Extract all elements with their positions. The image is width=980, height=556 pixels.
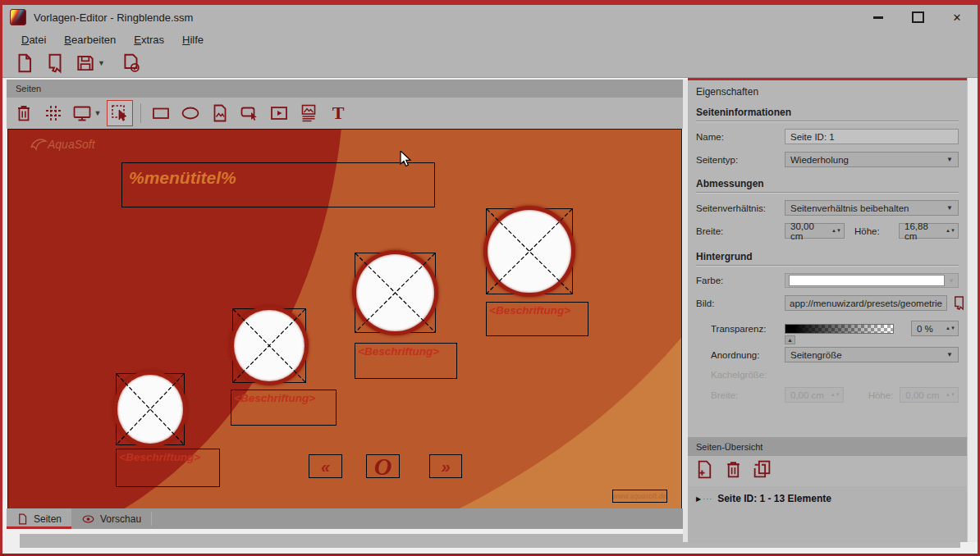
video-tool-button[interactable] [267, 101, 291, 125]
close-icon: ✕ [953, 11, 962, 24]
tab-vorschau[interactable]: Vorschau [71, 508, 151, 529]
page-type-dropdown[interactable]: Wiederholung▼ [785, 152, 959, 167]
transparency-slider[interactable]: ▲ [785, 324, 894, 334]
chevron-down-icon: ▼ [946, 156, 953, 163]
width-spinner[interactable]: 30,00 cm▲▼ [785, 223, 845, 239]
screen-preview-button[interactable]: ▼ [71, 101, 102, 125]
menu-title-textbox[interactable]: %menütitel% [121, 162, 435, 207]
window-border-left [0, 0, 2, 556]
caption-textbox-3[interactable]: <Beschriftung> [355, 343, 457, 379]
monitor-icon [71, 103, 93, 123]
nav-next-button[interactable]: » [429, 454, 462, 478]
image-placeholder-2[interactable] [232, 308, 306, 383]
delete-page-button[interactable] [723, 459, 744, 483]
menu-bearbeiten[interactable]: Bearbeiten [57, 32, 123, 48]
rectangle-tool-button[interactable] [149, 101, 173, 125]
height-spinner[interactable]: 16,88 cm▲▼ [899, 223, 959, 239]
pages-overview-header: Seiten-Übersicht [688, 437, 967, 456]
pages-panel-title: Seiten [16, 84, 41, 93]
page-type-value: Wiederholung [790, 155, 849, 165]
caption-textbox-1[interactable]: <Beschriftung> [116, 449, 220, 487]
select-tool-button[interactable] [107, 100, 133, 126]
color-label: Farbe: [696, 276, 785, 285]
check-document-button[interactable] [119, 51, 144, 75]
page-canvas[interactable]: AquaSoft %menütitel% <Beschriftung> <Bes… [7, 129, 682, 509]
close-button[interactable]: ✕ [948, 9, 966, 25]
trash-icon [14, 103, 34, 123]
caption-textbox-4[interactable]: <Beschriftung> [486, 302, 588, 336]
menu-datei[interactable]: Datei [14, 32, 53, 48]
delete-tool-button[interactable] [11, 101, 36, 125]
maximize-button[interactable] [909, 9, 927, 25]
button-tool-button[interactable] [237, 101, 262, 125]
screen-dropdown-caret[interactable]: ▼ [94, 109, 102, 117]
ellipse-tool-button[interactable] [178, 101, 203, 125]
image-doc-icon [210, 103, 230, 123]
grid-tool-button[interactable] [41, 101, 66, 125]
ratio-dropdown[interactable]: Seitenverhältnis beibehalten▼ [785, 200, 959, 216]
properties-panel: Eigenschaften Seiteninformationen Name: … [688, 78, 967, 437]
menu-hilfe[interactable]: Hilfe [175, 32, 211, 48]
new-document-icon [14, 52, 35, 74]
duplicate-page-button[interactable] [752, 459, 772, 483]
menu-title-placeholder: %menütitel% [129, 168, 236, 188]
tile-size-label: Kachelgröße: [696, 370, 785, 380]
app-window: Vorlagen-Editor - Ringblende.ssm ✕ Datei… [0, 0, 980, 556]
background-image-path: app://menuwizard/presets/geometrie [790, 299, 942, 308]
background-image-field[interactable]: app://menuwizard/presets/geometrie [785, 295, 947, 311]
page-tree-label: Seite ID: 1 - 13 Elemente [717, 493, 831, 504]
tile-width-value: 0,00 cm [790, 390, 827, 400]
video-icon [269, 103, 289, 123]
grid-icon [44, 103, 63, 123]
spinner-arrows-icon: ▲▼ [946, 393, 955, 397]
placeholder-x-icon [233, 309, 305, 382]
caption-image-tool-button[interactable] [296, 101, 321, 125]
watermark-box[interactable]: www.aquasoft.de [612, 490, 667, 503]
caption-placeholder: <Beschriftung> [489, 304, 570, 317]
image-placeholder-3[interactable] [355, 253, 436, 333]
transparency-spinner[interactable]: 0 %▲▼ [911, 321, 959, 336]
page-type-label: Seitentyp: [696, 155, 785, 165]
properties-header: Eigenschaften [688, 80, 967, 101]
caption-textbox-2[interactable]: <Beschriftung> [231, 390, 337, 426]
text-tool-button[interactable] [326, 101, 350, 125]
tile-height-value: 0,00 cm [905, 390, 942, 400]
main-toolbar: ▼ [2, 49, 978, 77]
color-swatch [789, 275, 945, 286]
height-value: 16,88 cm [904, 221, 942, 241]
nav-prev-button[interactable]: « [309, 454, 342, 478]
new-document-button[interactable] [12, 51, 37, 75]
spinner-arrows-icon[interactable]: ▲▼ [946, 229, 955, 233]
spinner-arrows-icon[interactable]: ▲▼ [831, 229, 841, 233]
arrangement-dropdown[interactable]: Seitengröße▼ [785, 347, 959, 362]
image-tool-button[interactable] [208, 101, 232, 125]
placeholder-x-icon [487, 209, 572, 294]
open-document-button[interactable] [43, 51, 67, 75]
name-value: Seite ID: 1 [790, 132, 835, 142]
window-title: Vorlagen-Editor - Ringblende.ssm [34, 11, 193, 24]
page-tree-item[interactable]: ▶ ··· Seite ID: 1 - 13 Elemente [688, 486, 967, 504]
tab-seiten[interactable]: Seiten [7, 508, 71, 529]
spinner-arrows-icon[interactable]: ▲▼ [946, 326, 955, 330]
save-document-button[interactable]: ▼ [73, 51, 107, 75]
properties-scrollbar[interactable] [967, 78, 978, 542]
image-placeholder-1[interactable] [116, 373, 185, 445]
tree-expand-icon[interactable]: ▶ [696, 495, 701, 503]
pages-panel-header: Seiten [7, 80, 683, 98]
browse-image-button[interactable] [951, 295, 967, 311]
menu-extras[interactable]: Extras [126, 32, 172, 48]
image-placeholder-4[interactable] [486, 208, 573, 294]
minimize-button[interactable] [869, 9, 887, 25]
background-color-picker[interactable]: ▼ [785, 273, 959, 288]
width-label: Breite: [696, 226, 785, 236]
save-dropdown-caret[interactable]: ▼ [98, 59, 105, 67]
add-page-button[interactable] [694, 459, 715, 483]
page-icon [16, 513, 29, 526]
view-tab-bar: Seiten Vorschau [7, 508, 683, 529]
slider-marker[interactable]: ▲ [785, 335, 795, 344]
chevron-down-icon: ▼ [946, 351, 953, 358]
section-background: Hintergrund [696, 251, 959, 266]
nav-home-button[interactable]: O [366, 454, 400, 478]
name-field[interactable]: Seite ID: 1 [785, 129, 959, 144]
arrangement-label: Anordnung: [696, 350, 785, 360]
